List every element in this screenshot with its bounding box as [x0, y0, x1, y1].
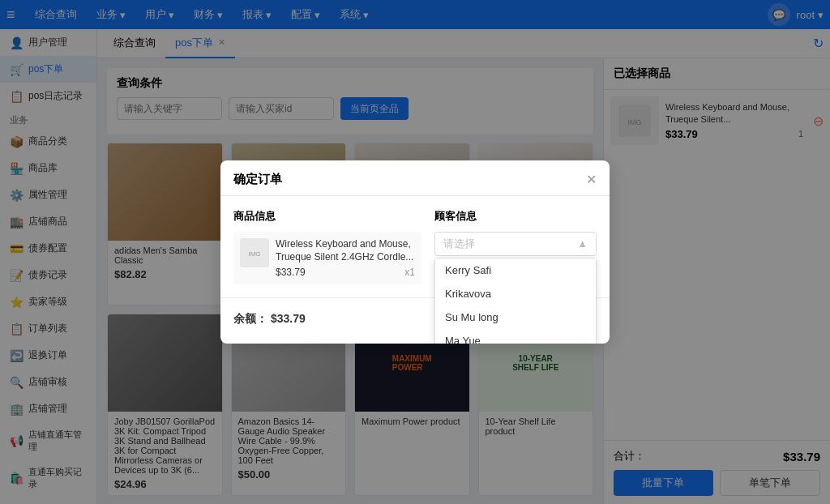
modal-title: 确定订单 [233, 172, 282, 187]
customer-option[interactable]: Su Mu long [435, 305, 596, 329]
chevron-up-icon: ▲ [577, 237, 588, 250]
modal-product-price: $33.79 [276, 267, 306, 278]
modal-product-qty: x1 [404, 267, 415, 278]
customer-option[interactable]: Krikavova [435, 282, 596, 305]
modal-overlay[interactable]: 确定订单 ✕ 商品信息 IMG Wireless Keyboard and Mo… [0, 0, 830, 504]
modal-product-section: 商品信息 IMG Wireless Keyboard and Mouse, Tr… [233, 209, 421, 284]
modal-body: 商品信息 IMG Wireless Keyboard and Mouse, Tr… [220, 196, 610, 297]
customer-section-title: 顾客信息 [434, 209, 597, 224]
modal-product-name: Wireless Keyboard and Mouse, Trueque Sil… [276, 238, 415, 263]
modal-product-item: IMG Wireless Keyboard and Mouse, Trueque… [233, 232, 421, 284]
customer-select-button[interactable]: 请选择 ▲ [434, 232, 597, 256]
modal-close-button[interactable]: ✕ [586, 172, 597, 187]
confirm-order-modal: 确定订单 ✕ 商品信息 IMG Wireless Keyboard and Mo… [220, 160, 610, 344]
customer-select-wrapper: 请选择 ▲ Kerry Safi Krikavova Su Mu long Ma… [434, 232, 597, 256]
modal-customer-section: 顾客信息 请选择 ▲ Kerry Safi Krikavova Su Mu lo… [434, 209, 597, 284]
svg-text:IMG: IMG [248, 250, 260, 258]
modal-total-amount: $33.79 [271, 312, 306, 325]
modal-total: 余额： $33.79 [233, 312, 306, 327]
customer-dropdown: Kerry Safi Krikavova Su Mu long Ma Yue B… [434, 258, 597, 344]
customer-option[interactable]: Ma Yue [435, 329, 596, 344]
modal-product-image: IMG [240, 238, 269, 267]
product-section-title: 商品信息 [233, 209, 421, 224]
modal-header: 确定订单 ✕ [220, 160, 610, 196]
customer-option[interactable]: Kerry Safi [435, 258, 596, 282]
